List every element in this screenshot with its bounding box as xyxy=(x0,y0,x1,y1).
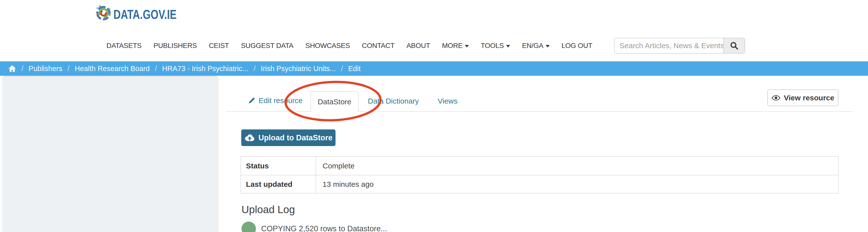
main-nav: DATASETS PUBLISHERS CEIST SUGGEST DATA S… xyxy=(106,42,592,50)
view-resource-label: View resource xyxy=(784,94,834,102)
tab-views[interactable]: Views xyxy=(438,97,457,105)
nav-item-showcases[interactable]: SHOWCASES xyxy=(305,42,350,50)
nav-item-log-out[interactable]: LOG OUT xyxy=(562,42,592,50)
nav-item-publishers[interactable]: PUBLISHERS xyxy=(153,42,197,50)
breadcrumb-dataset[interactable]: HRA73 - Irish Psychiatric... xyxy=(162,65,248,73)
breadcrumb-health-research-board[interactable]: Health Research Board xyxy=(75,65,150,73)
upload-to-datastore-button[interactable]: Upload to DataStore xyxy=(241,129,336,146)
view-resource-button[interactable]: View resource xyxy=(767,90,838,106)
tab-views-label: Views xyxy=(438,97,457,105)
breadcrumb-separator: / xyxy=(341,65,343,73)
tab-datastore-active[interactable]: DataStore xyxy=(310,91,359,112)
log-entry-text: COPYING 2,520 rows to Datastore... xyxy=(261,224,387,232)
breadcrumb-resource[interactable]: Irish Psychiatric Units... xyxy=(261,65,336,73)
page: DATA.GOV.IE DATASETS PUBLISHERS CEIST SU… xyxy=(0,0,868,232)
search-button[interactable] xyxy=(723,38,745,53)
table-row: Last updated 13 minutes ago xyxy=(241,175,838,193)
tab-edit-resource-label: Edit resource xyxy=(259,96,303,105)
status-value: Complete xyxy=(316,157,838,175)
site-title[interactable]: DATA.GOV.IE xyxy=(114,7,177,22)
eye-icon xyxy=(772,95,780,101)
breadcrumb-separator: / xyxy=(67,65,69,73)
site-search xyxy=(614,38,745,54)
chevron-down-icon xyxy=(506,45,510,47)
status-label: Status xyxy=(241,157,316,175)
nav-item-more[interactable]: MORE xyxy=(442,42,469,50)
breadcrumb-edit: Edit xyxy=(348,65,361,73)
tab-datastore-label: DataStore xyxy=(318,98,351,106)
log-status-dot-icon xyxy=(242,222,256,232)
tab-data-dictionary-label: Data Dictionary xyxy=(368,97,419,105)
breadcrumb-separator: / xyxy=(21,65,23,73)
nav-item-about[interactable]: ABOUT xyxy=(406,42,430,50)
nav-item-language[interactable]: EN/GA xyxy=(522,42,550,50)
last-updated-value: 13 minutes ago xyxy=(316,175,838,193)
breadcrumb-separator: / xyxy=(155,65,157,73)
upload-to-datastore-label: Upload to DataStore xyxy=(258,133,333,142)
last-updated-label: Last updated xyxy=(241,175,316,193)
sidebar-panel xyxy=(2,77,218,232)
nav-item-tools[interactable]: TOOLS xyxy=(481,42,510,50)
search-icon xyxy=(730,41,738,50)
upload-log-heading: Upload Log xyxy=(242,204,295,216)
nav-item-contact[interactable]: CONTACT xyxy=(362,42,395,50)
breadcrumb-publishers[interactable]: Publishers xyxy=(29,65,62,73)
home-icon[interactable] xyxy=(8,65,16,72)
site-logo[interactable] xyxy=(95,5,112,21)
datastore-status-table: Status Complete Last updated 13 minutes … xyxy=(241,156,839,194)
breadcrumb: / Publishers / Health Research Board / H… xyxy=(0,61,868,76)
chevron-down-icon xyxy=(465,45,469,47)
nav-item-suggest-data[interactable]: SUGGEST DATA xyxy=(241,42,293,50)
pencil-icon xyxy=(248,97,255,104)
tab-data-dictionary[interactable]: Data Dictionary xyxy=(368,97,419,105)
data-gov-ie-wheel-icon xyxy=(95,5,112,21)
nav-item-ceist[interactable]: CEIST xyxy=(209,42,229,50)
nav-item-datasets[interactable]: DATASETS xyxy=(106,42,142,50)
tab-edit-resource[interactable]: Edit resource xyxy=(248,96,303,105)
cloud-upload-icon xyxy=(244,134,255,141)
search-input[interactable] xyxy=(615,38,723,53)
chevron-down-icon xyxy=(546,45,550,47)
table-row: Status Complete xyxy=(241,157,838,175)
breadcrumb-separator: / xyxy=(254,65,256,73)
